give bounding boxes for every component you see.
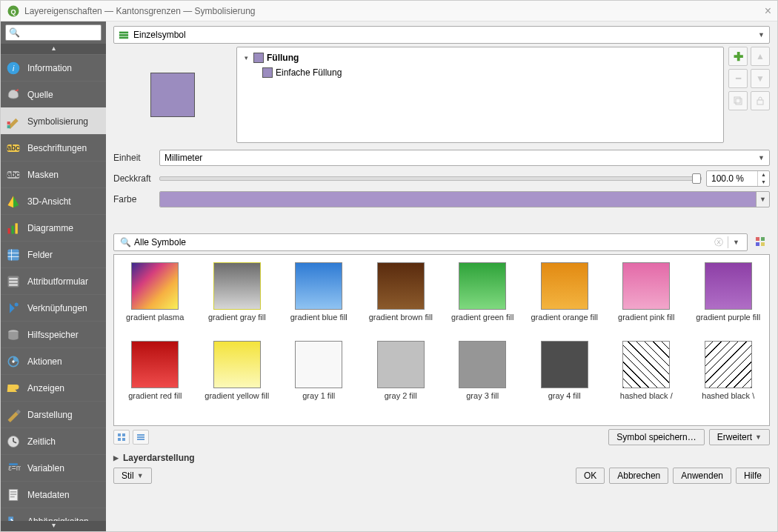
gallery-label: gray 2 fill — [385, 391, 417, 410]
gallery-item[interactable]: hashed black / — [613, 341, 680, 410]
gallery-label: gray 1 fill — [302, 391, 335, 410]
sidebar-item-darstellung[interactable]: Darstellung — [1, 401, 106, 428]
remove-layer-button[interactable]: ━ — [728, 69, 748, 88]
sidebar-icon: abc — [5, 140, 21, 156]
chevron-down-icon[interactable]: ▼ — [728, 239, 744, 246]
gallery-item[interactable]: gradient red fill — [122, 341, 189, 410]
style-manager-button[interactable] — [752, 233, 770, 251]
sidebar-item-aktionen[interactable]: Aktionen — [1, 348, 106, 374]
slider-thumb[interactable] — [692, 173, 701, 184]
gallery-item[interactable]: gradient gray fill — [204, 262, 271, 332]
gallery-label: gradient gray fill — [208, 313, 266, 332]
svg-rect-18 — [9, 278, 18, 280]
symbol-gallery[interactable]: gradient plasmagradient gray fillgradien… — [113, 254, 770, 426]
sidebar-item-attributformular[interactable]: Attributformular — [1, 267, 106, 294]
lock-layer-button[interactable] — [751, 91, 770, 110]
gallery-item[interactable]: gradient yellow fill — [204, 341, 271, 410]
gallery-label: gradient red fill — [128, 391, 182, 410]
svg-text:Q: Q — [10, 7, 16, 15]
color-select[interactable]: ▼ — [159, 191, 770, 207]
sidebar-item-quelle[interactable]: Quelle — [1, 81, 106, 107]
gallery-item[interactable]: gray 4 fill — [531, 341, 599, 410]
sidebar-item-abh-ngigkeiten[interactable]: Abhängigkeiten — [1, 508, 106, 521]
sidebar-item-verkn-pfungen[interactable]: Verknüpfungen — [1, 294, 106, 321]
layer-rendering-header[interactable]: ▶ Layerdarstellung — [106, 448, 777, 465]
spin-up-icon[interactable]: ▲ — [758, 171, 769, 179]
sidebar-item-variablen[interactable]: ε=mVariablen — [1, 454, 106, 481]
style-menu-button[interactable]: Stil ▼ — [113, 468, 152, 484]
symbol-filter-input[interactable]: 🔍 Alle Symbole ⓧ ▼ — [113, 233, 748, 251]
sidebar-item-felder[interactable]: Felder — [1, 241, 106, 267]
sidebar-search[interactable]: 🔍 — [5, 24, 102, 41]
sidebar-item-label: Felder — [27, 250, 53, 260]
sidebar-icon — [5, 487, 21, 503]
gallery-item[interactable]: gradient purple fill — [695, 262, 762, 332]
gallery-item[interactable]: gradient blue fill — [285, 262, 353, 332]
sidebar-item-metadaten[interactable]: Metadaten — [1, 481, 106, 508]
opacity-slider[interactable] — [159, 176, 702, 181]
gallery-swatch — [377, 341, 425, 388]
search-icon: 🔍 — [120, 237, 131, 247]
gallery-item[interactable]: gradient orange fill — [531, 262, 599, 332]
add-layer-button[interactable]: ✚ — [728, 47, 748, 66]
svg-rect-4 — [7, 125, 10, 128]
gallery-item[interactable]: gradient pink fill — [613, 262, 680, 332]
gallery-item[interactable]: gradient green fill — [449, 262, 516, 332]
gallery-item[interactable]: gray 1 fill — [285, 341, 353, 410]
gallery-swatch — [459, 341, 506, 388]
svg-rect-47 — [118, 433, 121, 436]
advanced-button[interactable]: Erweitert ▼ — [709, 429, 770, 445]
move-down-button[interactable]: ▼ — [751, 69, 770, 88]
sidebar-item-zeitlich[interactable]: Zeitlich — [1, 428, 106, 454]
unit-select[interactable]: Millimeter ▼ — [159, 150, 770, 166]
clear-icon[interactable]: ⓧ — [710, 236, 728, 249]
sidebar-scroll-down[interactable]: ▾ — [1, 521, 106, 531]
help-label: Hilfe — [744, 471, 762, 481]
list-view-button[interactable] — [133, 430, 149, 445]
svg-rect-48 — [122, 433, 125, 436]
sidebar-item-label: Darstellung — [27, 410, 73, 420]
sidebar-item-label: Anzeigen — [27, 383, 64, 393]
cancel-button[interactable]: Abbrechen — [609, 468, 668, 484]
gallery-label: gradient blue fill — [290, 313, 348, 332]
icon-view-button[interactable] — [113, 430, 130, 445]
svg-rect-40 — [734, 97, 740, 103]
sidebar-item-information[interactable]: iInformation — [1, 54, 106, 81]
sidebar-item-3d-ansicht[interactable]: 3D-Ansicht — [1, 187, 106, 214]
move-up-button[interactable]: ▲ — [751, 47, 770, 66]
unit-value: Millimeter — [164, 153, 202, 163]
sidebar-item-label: Variablen — [27, 463, 64, 473]
svg-rect-53 — [137, 439, 144, 440]
sidebar-item-symbolisierung[interactable]: Symbolisierung — [1, 107, 106, 134]
spin-down-icon[interactable]: ▼ — [758, 179, 769, 186]
help-button[interactable]: Hilfe — [736, 468, 770, 484]
gallery-item[interactable]: gradient plasma — [122, 262, 189, 332]
sidebar-icon — [5, 193, 21, 210]
apply-button[interactable]: Anwenden — [673, 468, 731, 484]
gallery-swatch — [622, 262, 670, 310]
sidebar-item-beschriftungen[interactable]: abcBeschriftungen — [1, 134, 106, 161]
gallery-item[interactable]: gradient brown fill — [368, 262, 435, 332]
symbol-layer-tree[interactable]: ▾ Füllung Einfache Füllung — [236, 47, 724, 143]
renderer-select[interactable]: Einzelsymbol ▼ — [113, 26, 770, 44]
svg-rect-41 — [736, 99, 742, 104]
sidebar-scroll-up[interactable]: ▴ — [1, 44, 106, 54]
sidebar-item-hilfsspeicher[interactable]: Hilfsspeicher — [1, 321, 106, 348]
symbol-preview — [113, 47, 232, 143]
gallery-item[interactable]: gray 3 fill — [449, 341, 516, 410]
duplicate-layer-button[interactable] — [728, 91, 748, 110]
sidebar-item-anzeigen[interactable]: Anzeigen — [1, 374, 106, 401]
close-icon[interactable]: × — [765, 4, 771, 18]
gallery-item[interactable]: gray 2 fill — [368, 341, 435, 410]
opacity-spinbox[interactable]: 100.0 % ▲▼ — [706, 170, 770, 187]
style-label: Stil — [122, 471, 134, 481]
ok-button[interactable]: OK — [576, 468, 605, 484]
tree-collapse-icon[interactable]: ▾ — [242, 54, 250, 61]
sidebar-item-diagramme[interactable]: Diagramme — [1, 214, 106, 241]
svg-rect-32 — [10, 493, 16, 495]
svg-rect-42 — [757, 100, 763, 104]
fill-swatch-icon — [262, 67, 273, 78]
save-symbol-button[interactable]: Symbol speichern… — [608, 429, 704, 445]
sidebar-item-masken[interactable]: abcMasken — [1, 161, 106, 187]
gallery-item[interactable]: hashed black \ — [695, 341, 762, 410]
